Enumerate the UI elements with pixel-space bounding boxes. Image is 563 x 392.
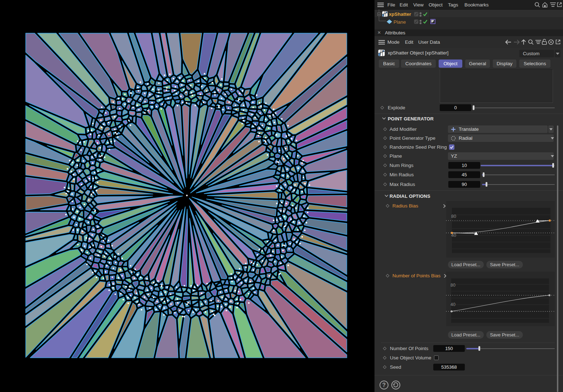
svg-text:80: 80 [451, 214, 456, 219]
svg-text:40: 40 [450, 302, 455, 307]
svg-text:80: 80 [450, 283, 455, 288]
svg-text:?: ? [382, 382, 386, 388]
